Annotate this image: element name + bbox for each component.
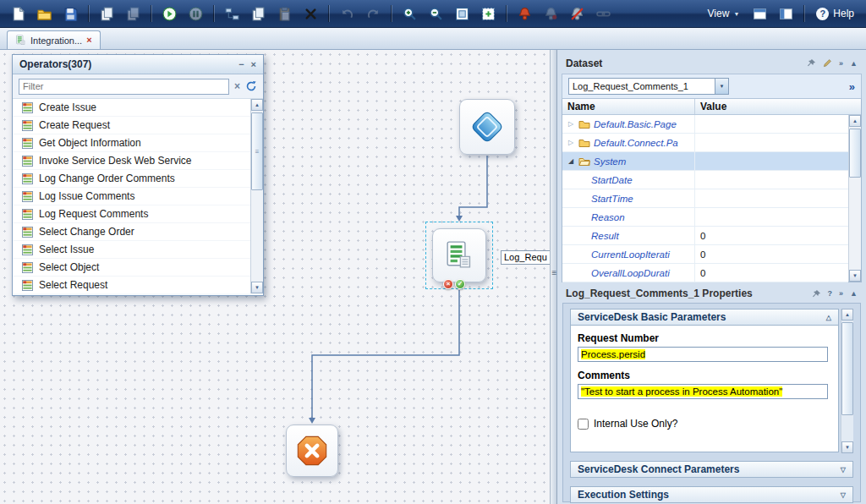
library-button[interactable] [94, 3, 119, 25]
save-button[interactable] [58, 3, 83, 25]
request-number-field[interactable]: Process.persid [578, 347, 828, 362]
tab-close-icon[interactable]: × [86, 36, 91, 45]
operator-item[interactable]: Select Issue [13, 241, 263, 259]
start-request-button[interactable] [512, 3, 537, 25]
operator-item[interactable]: Create Issue [13, 99, 263, 117]
section-execution-settings[interactable]: Execution Settings ▽ [570, 486, 853, 503]
scroll-thumb[interactable] [841, 322, 853, 415]
abort-request-button[interactable] [564, 3, 589, 25]
run-icon [162, 7, 177, 21]
scroll-thumb[interactable]: ≡ [251, 112, 263, 190]
open-in-window-button[interactable] [747, 3, 772, 25]
operator-item[interactable]: Log Change Order Comments [13, 170, 263, 188]
open-button[interactable] [31, 3, 57, 25]
error-port-icon[interactable]: × [443, 279, 453, 289]
zoom-in-button[interactable] [397, 3, 422, 25]
section-connect-parameters[interactable]: ServiceDesk Connect Parameters ▽ [570, 461, 853, 478]
expand-section-icon[interactable]: ▽ [841, 466, 846, 474]
operator-item[interactable]: Invoke Service Desk Web Service [13, 152, 263, 170]
close-icon[interactable]: × [251, 59, 256, 69]
operator-icon [22, 262, 33, 273]
fit-view-icon [455, 7, 469, 21]
collapse-section-icon[interactable]: △ [826, 314, 831, 321]
dataset-row[interactable]: ▷Default.Basic.Page [562, 115, 848, 134]
scroll-thumb[interactable] [849, 129, 861, 178]
scroll-down-icon[interactable]: ▼ [251, 282, 263, 293]
scroll-up-icon[interactable]: ▲ [251, 99, 263, 111]
operator-item[interactable]: Select Change Order [13, 223, 263, 241]
paste-button[interactable] [271, 3, 297, 25]
dataset-scrollbar[interactable]: ▲ ▼ [848, 115, 861, 282]
fit-view-button[interactable] [449, 3, 474, 25]
toggle-panels-button[interactable] [773, 3, 798, 25]
operator-item[interactable]: Create Request [13, 117, 263, 134]
operator-item[interactable]: Select Object [13, 259, 263, 277]
filter-input[interactable] [19, 79, 229, 95]
chevron-down-icon[interactable]: ▼ [715, 79, 728, 94]
scroll-up-icon[interactable]: ▲ [841, 309, 853, 320]
dataset-row[interactable]: CurrentLoopIterati 0 [562, 245, 848, 264]
column-header-value[interactable]: Value [695, 99, 861, 114]
scroll-up-icon[interactable]: ▲ [849, 115, 861, 127]
panel-splitter[interactable]: ≡ [550, 50, 557, 504]
export-button[interactable] [120, 3, 145, 25]
zoom-selection-button[interactable] [475, 3, 501, 25]
pin-icon[interactable] [807, 58, 816, 68]
operators-panel-header[interactable]: Operators(307) − × [13, 55, 263, 74]
operator-item[interactable]: Log Request Comments [13, 205, 263, 223]
view-menu[interactable]: View▼ [701, 3, 747, 25]
stop-node[interactable] [286, 425, 338, 477]
expand-section-icon[interactable]: ▽ [841, 491, 846, 499]
dataset-row[interactable]: Result 0 [562, 227, 848, 245]
pause-button[interactable] [183, 3, 208, 25]
zoom-out-button[interactable] [423, 3, 448, 25]
dataset-row[interactable]: OverallLoopDurati 0 [562, 264, 848, 282]
internal-use-checkbox[interactable] [578, 419, 589, 430]
operator-item[interactable]: Log Issue Comments [13, 188, 263, 205]
delete-button[interactable] [298, 3, 323, 25]
tab-integration[interactable]: Integration... × [7, 30, 101, 49]
expand-chevrons-icon[interactable]: » [839, 289, 843, 298]
help-button[interactable]: ?Help [809, 3, 861, 25]
comments-field[interactable]: "Test to start a process in Process Auto… [578, 384, 828, 399]
clear-filter-icon[interactable]: × [234, 80, 240, 92]
flow-button[interactable] [219, 3, 244, 25]
collapse-panel-icon[interactable]: ▲ [850, 289, 858, 298]
dataset-selector[interactable]: Log_Request_Comments_1 ▼ [568, 78, 729, 95]
expand-arrow-icon[interactable]: ▷ [567, 120, 575, 128]
properties-scrollbar[interactable]: ▲ ▼ [841, 309, 853, 453]
collapse-arrow-icon[interactable]: ◢ [567, 157, 575, 165]
start-node[interactable] [459, 99, 515, 155]
dataset-row[interactable]: Reason [562, 208, 848, 227]
dataset-row-selected[interactable]: ◢System [562, 152, 848, 171]
collapse-panel-icon[interactable]: ▲ [850, 59, 858, 68]
success-port-icon[interactable]: ✓ [455, 279, 465, 289]
column-header-name[interactable]: Name [562, 99, 695, 114]
refresh-icon[interactable] [245, 80, 257, 92]
section-basic-parameters[interactable]: ServiceDesk Basic Parameters △ [570, 309, 839, 326]
copy-button[interactable] [245, 3, 271, 25]
new-button[interactable] [5, 3, 30, 25]
help-icon[interactable]: ? [828, 289, 833, 298]
redo-button[interactable] [360, 3, 386, 25]
link-button[interactable] [590, 3, 616, 25]
operators-scrollbar[interactable]: ▲ ≡ ▼ [250, 99, 263, 293]
dataset-row[interactable]: StartDate [562, 171, 848, 189]
dataset-row[interactable]: ▷Default.Connect.Pa [562, 134, 848, 152]
operator-icon [22, 102, 33, 113]
pin-icon[interactable] [812, 289, 821, 299]
minimize-icon[interactable]: − [238, 59, 244, 69]
edit-pencil-icon[interactable] [823, 58, 832, 68]
expand-arrow-icon[interactable]: ▷ [567, 139, 575, 146]
scroll-down-icon[interactable]: ▼ [841, 441, 853, 453]
scroll-down-icon[interactable]: ▼ [849, 270, 861, 282]
more-chevrons-icon[interactable]: » [849, 80, 855, 93]
operator-item[interactable]: Get Object Information [13, 134, 263, 152]
log-request-comments-node[interactable] [432, 228, 486, 282]
dismiss-request-button[interactable] [538, 3, 563, 25]
run-button[interactable] [156, 3, 182, 25]
expand-chevrons-icon[interactable]: » [839, 59, 843, 68]
dataset-row[interactable]: StartTime [562, 189, 848, 208]
undo-button[interactable] [334, 3, 359, 25]
operator-item[interactable]: Select Request [13, 277, 263, 293]
